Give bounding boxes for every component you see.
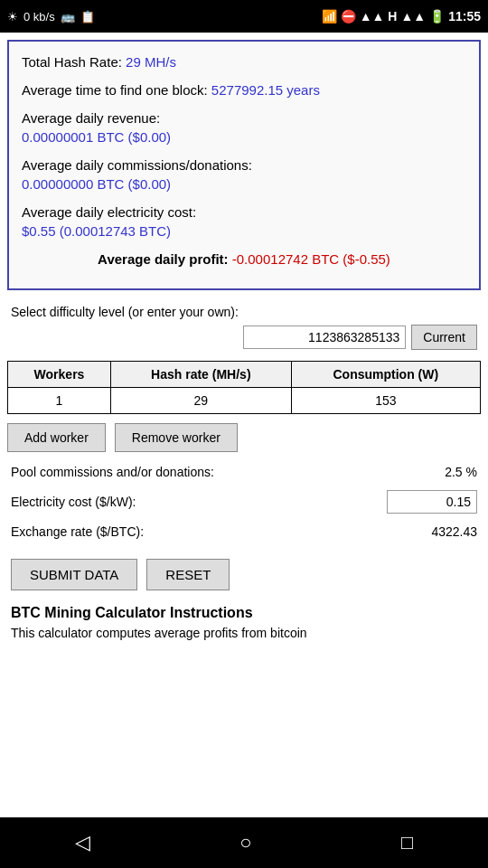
clipboard-icon: 📋 (80, 10, 95, 24)
avg-time-label: Average time to find one block: (22, 82, 208, 98)
home-nav-icon[interactable]: ○ (239, 831, 251, 854)
kb-indicator: 0 kb/s (23, 10, 55, 24)
signal2-icon: ▲▲ (400, 9, 426, 24)
status-bar: ☀ 0 kb/s 🚌 📋 📶 ⛔ ▲▲ H ▲▲ 🔋 11:55 (0, 0, 488, 33)
hash-rate-label: Total Hash Rate: (22, 54, 122, 70)
instructions-section: BTC Mining Calculator Instructions This … (0, 599, 488, 648)
exchange-rate-label: Exchange rate ($/BTC): (11, 524, 144, 539)
avg-commissions-value: 0.00000000 BTC ($0.00) (22, 176, 171, 192)
current-button[interactable]: Current (411, 325, 477, 350)
consumption-header: Consumption (W) (291, 362, 480, 388)
battery-icon: 🔋 (429, 9, 445, 24)
worker-buttons-row: Add worker Remove worker (0, 416, 488, 459)
avg-time-value: 5277992.15 years (211, 82, 320, 98)
exchange-rate-value: 4322.43 (431, 524, 477, 539)
hash-rate-value: 29 MH/s (126, 54, 176, 70)
hash-rate-line: Total Hash Rate: 29 MH/s (22, 52, 466, 71)
remove-worker-button[interactable]: Remove worker (115, 423, 238, 452)
hashrate-header: Hash rate (MH/s) (111, 362, 292, 388)
back-nav-icon[interactable]: ◁ (75, 831, 90, 854)
workers-cell: 1 (8, 388, 111, 414)
status-right-icons: 📶 ⛔ ▲▲ H ▲▲ 🔋 11:55 (322, 9, 481, 24)
avg-profit-label: Average daily profit: (98, 251, 228, 267)
instructions-text: This calculator computes average profits… (11, 625, 477, 643)
pool-commissions-row: Pool commissions and/or donations: 2.5 % (11, 465, 477, 479)
sun-icon: ☀ (7, 10, 18, 24)
submit-data-button[interactable]: SUBMIT DATA (11, 559, 137, 590)
time-display: 11:55 (448, 9, 481, 24)
avg-commissions-line: Average daily commissions/donations: 0.0… (22, 156, 466, 193)
avg-revenue-value: 0.00000001 BTC ($0.00) (22, 129, 171, 145)
table-header-row: Workers Hash rate (MH/s) Consumption (W) (8, 362, 481, 388)
action-buttons-row: SUBMIT DATA RESET (0, 555, 488, 599)
hashrate-cell: 29 (111, 388, 292, 414)
bus-icon: 🚌 (61, 10, 75, 24)
difficulty-section: Select difficulty level (or enter your o… (0, 297, 488, 357)
avg-electricity-line: Average daily electricity cost: $0.55 (0… (22, 203, 466, 241)
difficulty-label: Select difficulty level (or enter your o… (11, 305, 477, 319)
avg-profit-line: Average daily profit: -0.00012742 BTC ($… (22, 250, 466, 269)
form-section: Pool commissions and/or donations: 2.5 %… (0, 459, 488, 555)
avg-revenue-line: Average daily revenue: 0.00000001 BTC ($… (22, 108, 466, 146)
avg-commissions-label: Average daily commissions/donations: (22, 157, 252, 173)
pool-commissions-label: Pool commissions and/or donations: (11, 465, 214, 479)
avg-time-line: Average time to find one block: 5277992.… (22, 80, 466, 99)
electricity-cost-input[interactable] (387, 490, 477, 514)
block-icon: ⛔ (341, 9, 356, 24)
difficulty-input-row: Current (11, 325, 477, 350)
reset-button[interactable]: RESET (146, 559, 230, 590)
consumption-cell: 153 (291, 388, 480, 414)
avg-electricity-value: $0.55 (0.00012743 BTC) (22, 223, 171, 239)
table-row: 1 29 153 (8, 388, 481, 414)
exchange-rate-row: Exchange rate ($/BTC): 4322.43 (11, 524, 477, 539)
status-left-icons: ☀ 0 kb/s 🚌 📋 (7, 10, 95, 24)
stats-box: Total Hash Rate: 29 MH/s Average time to… (7, 40, 481, 290)
recents-nav-icon[interactable]: □ (401, 831, 413, 854)
bottom-nav-bar: ◁ ○ □ (0, 817, 488, 868)
electricity-cost-row: Electricity cost ($/kW): (11, 490, 477, 514)
workers-table-section: Workers Hash rate (MH/s) Consumption (W)… (0, 361, 488, 414)
wifi-icon: 📶 (322, 9, 337, 24)
workers-table: Workers Hash rate (MH/s) Consumption (W)… (7, 361, 481, 414)
h-indicator: H (388, 9, 397, 24)
avg-revenue-label: Average daily revenue: (22, 110, 160, 126)
avg-electricity-label: Average daily electricity cost: (22, 204, 196, 220)
avg-profit-value: -0.00012742 BTC ($-0.55) (232, 251, 390, 267)
difficulty-input[interactable] (243, 326, 406, 349)
electricity-cost-label: Electricity cost ($/kW): (11, 495, 136, 509)
instructions-title: BTC Mining Calculator Instructions (11, 605, 477, 621)
workers-header: Workers (8, 362, 111, 388)
add-worker-button[interactable]: Add worker (7, 423, 106, 452)
pool-commissions-value: 2.5 % (445, 465, 477, 479)
signal-icon: ▲▲ (360, 9, 385, 24)
